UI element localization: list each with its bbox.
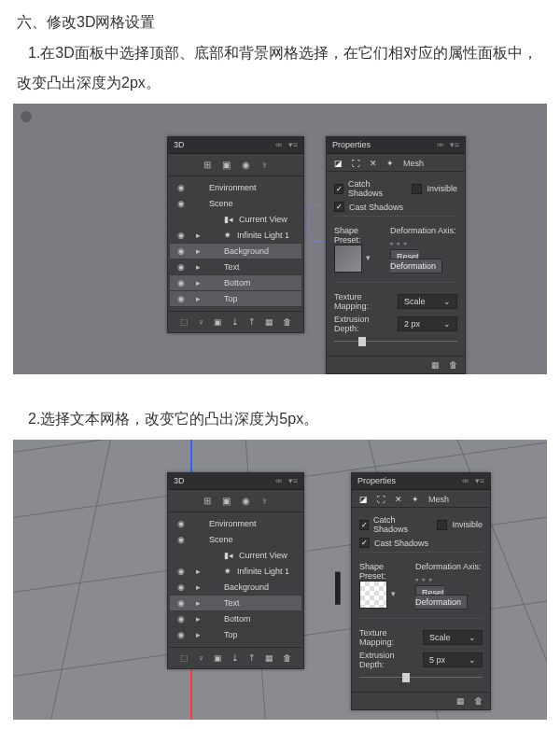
catch-shadows-check[interactable]: ✓Catch Shadows [359,515,426,534]
visibility-icon[interactable]: ◉ [175,278,187,287]
reset-deformation-button[interactable]: Reset Deformation [390,249,442,273]
catch-shadows-check[interactable]: ✓Catch Shadows [334,179,400,198]
tree-row-scene[interactable]: ◉Scene [170,532,301,548]
tree-row-background[interactable]: ◉▸Background [170,580,301,596]
dropdown-icon[interactable]: ▾ [366,253,371,262]
shape-preset-swatch[interactable]: ▾ [334,245,362,273]
trash-icon[interactable]: 🗑 [449,360,457,370]
render-icon[interactable]: ▦ [456,696,465,706]
filter-light-icon[interactable]: ♀ [261,160,269,170]
panel-menu-icon[interactable]: ▾≡ [450,140,459,149]
tree-row-environment[interactable]: ◉Environment [170,516,301,532]
camera-tool-icon[interactable]: ▣ [214,317,222,327]
axis-z-icon[interactable]: ▫ [428,575,431,584]
new-icon[interactable]: ⤒ [248,317,256,327]
merge-icon[interactable]: ⤓ [231,653,239,663]
trash-icon[interactable]: 🗑 [474,696,483,706]
tab-mesh-icon[interactable]: ◪ [359,495,368,504]
panel-menu-icon[interactable]: ▾≡ [475,476,484,485]
extrusion-depth-field[interactable]: 2 px⌄ [398,316,457,331]
dropdown-icon[interactable]: ▾ [391,589,396,598]
trash-icon[interactable]: 🗑 [283,317,291,327]
filter-material-icon[interactable]: ◉ [242,496,250,506]
tree-row-environment[interactable]: ◉Environment [170,180,301,196]
tab-mesh-icon[interactable]: ◪ [334,159,343,168]
extrusion-depth-field[interactable]: 5 px⌄ [423,652,483,667]
filter-all-icon[interactable]: ⊞ [203,496,211,506]
tab-coord-icon[interactable]: ✦ [412,495,419,504]
collapse-icon[interactable]: »» [437,140,442,149]
panel-menu-icon[interactable]: ▾≡ [288,140,298,149]
panel-3d-tabs: ⊞ ▣ ◉ ♀ [168,490,303,512]
expand-icon[interactable]: ▸ [192,294,203,303]
tree-row-top[interactable]: ◉▸Top [170,627,301,643]
render-icon[interactable]: ▦ [265,653,273,663]
axis-y-icon[interactable]: ▫ [422,575,425,584]
tree-row-currentview[interactable]: ▮◂Current View [170,548,301,564]
tree-row-background[interactable]: ◉▸Background [170,244,301,259]
trash-icon[interactable]: 🗑 [283,653,291,663]
filter-material-icon[interactable]: ◉ [242,160,250,170]
cast-shadows-check[interactable]: ✓Cast Shadows [359,538,428,548]
panel-properties-titlebar[interactable]: Properties »»▾≡ [327,137,465,154]
shape-preset-swatch[interactable]: ▾ [359,581,387,609]
visibility-icon[interactable]: ◉ [175,262,187,272]
filter-mesh-icon[interactable]: ▣ [222,496,231,506]
invisible-check[interactable]: Invisible [437,520,483,530]
light-tool-icon[interactable]: ♀ [198,317,204,327]
expand-icon[interactable]: ▸ [192,262,203,272]
tree-row-top[interactable]: ◉▸Top [170,291,301,307]
visibility-icon[interactable]: ◉ [175,199,187,208]
light-tool-icon[interactable]: ♀ [198,653,204,663]
extrusion-slider[interactable] [359,673,483,682]
expand-icon[interactable]: ▸ [192,231,203,240]
texture-mapping-label: Texture Mapping: [334,292,392,311]
visibility-icon[interactable]: ◉ [175,294,187,303]
render-icon[interactable]: ▦ [431,360,440,370]
expand-icon[interactable]: ▸ [192,246,203,256]
tree-row-bottom[interactable]: ◉▸Bottom [170,611,301,627]
visibility-icon[interactable]: ◉ [175,246,187,256]
tab-deform-icon[interactable]: ⛶ [377,495,385,504]
panel-3d-titlebar[interactable]: 3D ««▾≡ [168,473,303,490]
new-icon[interactable]: ⤒ [248,653,256,663]
tree-row-light[interactable]: ◉▸✷Infinite Light 1 [170,228,301,244]
render-icon[interactable]: ▦ [265,317,273,327]
tree-row-text[interactable]: ◉▸Text [170,259,301,275]
camera-tool-icon[interactable]: ▣ [214,653,222,663]
tab-cap-icon[interactable]: ✕ [370,159,377,168]
tree-row-currentview[interactable]: ▮◂Current View [170,212,301,228]
axis-x-icon[interactable]: ▫ [415,575,418,584]
cast-shadows-check[interactable]: ✓Cast Shadows [334,202,403,212]
expand-icon[interactable]: ▸ [192,278,203,287]
axis-y-icon[interactable]: ▫ [397,239,399,248]
panel-menu-icon[interactable]: ▾≡ [288,476,298,485]
visibility-icon[interactable]: ◉ [175,231,187,240]
filter-all-icon[interactable]: ⊞ [203,160,211,170]
axis-z-icon[interactable]: ▫ [403,239,406,248]
tool-icon[interactable]: ⬚ [180,653,189,663]
panel-3d-titlebar[interactable]: 3D ««▾≡ [168,137,303,154]
collapse-icon[interactable]: «« [275,476,281,485]
filter-light-icon[interactable]: ♀ [261,496,269,506]
visibility-icon[interactable]: ◉ [175,183,187,192]
extrusion-slider[interactable] [334,337,457,346]
tool-icon[interactable]: ⬚ [180,317,189,327]
axis-x-icon[interactable]: ▫ [390,239,393,248]
tab-deform-icon[interactable]: ⛶ [352,159,360,168]
panel-properties-titlebar[interactable]: Properties ««▾≡ [352,473,490,490]
tree-row-scene[interactable]: ◉Scene [170,196,301,212]
reset-deformation-button[interactable]: Reset Deformation [415,585,468,610]
collapse-icon[interactable]: «« [462,476,468,485]
tree-row-text[interactable]: ◉▸Text [170,596,301,611]
texture-mapping-select[interactable]: Scale⌄ [398,294,457,309]
texture-mapping-select[interactable]: Scale⌄ [423,630,483,645]
tab-coord-icon[interactable]: ✦ [386,159,394,168]
tree-row-light[interactable]: ◉▸✷Infinite Light 1 [170,564,301,580]
merge-icon[interactable]: ⤓ [231,317,239,327]
collapse-icon[interactable]: «« [275,140,281,149]
filter-mesh-icon[interactable]: ▣ [222,160,231,170]
tab-cap-icon[interactable]: ✕ [395,495,402,504]
invisible-check[interactable]: Invisible [412,184,457,194]
tree-row-bottom[interactable]: ◉▸Bottom [170,275,301,291]
